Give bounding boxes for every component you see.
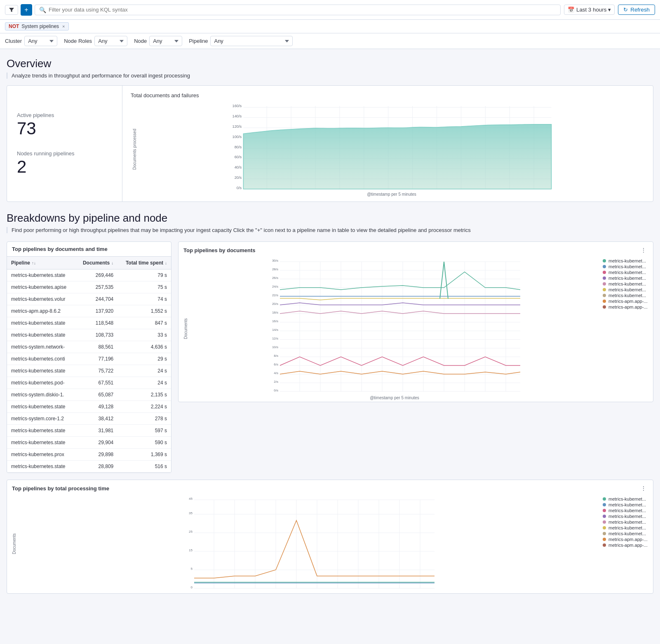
table-row: metrics-kubernetes.state 29,904 590 s bbox=[7, 437, 171, 449]
pipeline-cell: metrics-kubernetes.state bbox=[7, 437, 75, 449]
svg-text:26/s: 26/s bbox=[272, 276, 278, 280]
legend-item: metrics-kubernet... bbox=[603, 525, 650, 530]
time-cell: 33 s bbox=[117, 329, 171, 341]
svg-text:45: 45 bbox=[189, 497, 193, 501]
documents-cell: 31,981 bbox=[75, 425, 117, 437]
table-row: metrics-kubernetes.state 75,722 24 s bbox=[7, 365, 171, 377]
table-row: metrics-kubernetes.state 49,128 2,224 s bbox=[7, 401, 171, 413]
documents-cell: 269,446 bbox=[75, 269, 117, 281]
search-icon: 🔍 bbox=[39, 7, 46, 13]
svg-text:5: 5 bbox=[191, 567, 193, 571]
documents-cell: 65,087 bbox=[75, 389, 117, 401]
docs-chart-with-legend: Documents 0/s 2/s 4/s 6/s 8/s 10/s 12/s bbox=[179, 254, 653, 402]
time-cell: 75 s bbox=[117, 281, 171, 293]
svg-text:8/s: 8/s bbox=[274, 354, 278, 358]
table-row: metrics-system.diskio-1. 65,087 2,135 s bbox=[7, 389, 171, 401]
docs-x-axis-label: @timestamp per 5 minutes bbox=[190, 396, 599, 400]
not-badge: NOT bbox=[9, 23, 19, 29]
time-cell: 24 s bbox=[117, 365, 171, 377]
node-select[interactable]: Any bbox=[149, 36, 182, 46]
time-range-button[interactable]: 📅 Last 3 hours ▾ bbox=[564, 5, 615, 15]
sort-icon: ↑↓ bbox=[32, 261, 36, 265]
time-chart-menu[interactable]: ⋮ bbox=[639, 484, 648, 492]
sort-icon: ↓ bbox=[165, 261, 167, 265]
pipeline-cell: metrics-kubernetes.state bbox=[7, 461, 75, 473]
cluster-select[interactable]: Any bbox=[24, 36, 57, 46]
time-cell: 4,636 s bbox=[117, 341, 171, 353]
svg-text:18/s: 18/s bbox=[272, 311, 278, 314]
pipeline-dropdown-group: Pipeline Any bbox=[189, 36, 655, 46]
svg-text:16/s: 16/s bbox=[272, 319, 278, 323]
sort-icon: ↓ bbox=[111, 261, 113, 265]
overview-subtitle: Analyze trends in throughput and perform… bbox=[7, 73, 653, 79]
col-time-header[interactable]: Total time spent ↓ bbox=[117, 257, 171, 269]
documents-cell: 29,898 bbox=[75, 449, 117, 461]
legend-item: metrics-kubernet... bbox=[603, 508, 650, 513]
search-input[interactable] bbox=[49, 7, 556, 13]
filter-tag-close[interactable]: × bbox=[62, 24, 65, 29]
time-chart-title: Top pipelines by total processing time bbox=[12, 485, 109, 492]
filter-tag-text: System pipelines bbox=[21, 23, 59, 29]
overview-title: Overview bbox=[7, 57, 653, 70]
time-cell: 278 s bbox=[117, 413, 171, 425]
svg-text:35: 35 bbox=[189, 511, 193, 515]
svg-text:14/s: 14/s bbox=[272, 328, 278, 332]
refresh-button[interactable]: ↻ Refresh bbox=[618, 5, 655, 15]
docs-chart-title: Top pipelines by documents bbox=[183, 247, 256, 253]
legend-item: metrics-kubernet... bbox=[603, 531, 650, 536]
active-pipelines-stat: Active pipelines 73 bbox=[17, 112, 112, 137]
col-pipeline-header[interactable]: Pipeline ↑↓ bbox=[7, 257, 75, 269]
pipeline-select[interactable]: Any bbox=[210, 36, 293, 46]
svg-text:28/s: 28/s bbox=[272, 267, 278, 271]
legend-item: metrics-apm.app-... bbox=[603, 299, 650, 304]
active-pipelines-value: 73 bbox=[17, 120, 112, 137]
svg-text:40/s: 40/s bbox=[235, 165, 242, 169]
overview-y-axis-label: Documents processed bbox=[131, 102, 139, 197]
left-panel: Top pipelines by documents and time Pipe… bbox=[7, 241, 171, 473]
time-cell: 29 s bbox=[117, 353, 171, 365]
time-cell: 2,224 s bbox=[117, 401, 171, 413]
table-row: metrics-apm.app-8.6.2 137,920 1,552 s bbox=[7, 305, 171, 317]
pipeline-cell: metrics-kubernetes.conti bbox=[7, 353, 75, 365]
pipeline-cell: metrics-apm.app-8.6.2 bbox=[7, 305, 75, 317]
table-row: metrics-kubernetes.state 108,733 33 s bbox=[7, 329, 171, 341]
pipeline-cell: metrics-kubernetes.state bbox=[7, 365, 75, 377]
pipeline-cell: metrics-system.core-1.2 bbox=[7, 413, 75, 425]
legend-item: metrics-kubernet... bbox=[603, 496, 650, 501]
docs-chart-svg: 0/s 2/s 4/s 6/s 8/s 10/s 12/s 14/s 16/s … bbox=[190, 258, 599, 393]
node-dropdown-group: Node Any bbox=[134, 36, 182, 46]
add-filter-button[interactable]: + bbox=[21, 4, 32, 16]
table-panel-title: Top pipelines by documents and time bbox=[7, 242, 171, 257]
svg-text:25: 25 bbox=[189, 530, 193, 534]
legend-item: metrics-kubernet... bbox=[603, 502, 650, 507]
time-chart-with-legend: Documents 0 5 15 25 35 45 bbox=[7, 492, 653, 593]
table-row: metrics-kubernetes.prox 29,898 1,369 s bbox=[7, 449, 171, 461]
active-pipelines-label: Active pipelines bbox=[17, 112, 112, 118]
docs-chart-legend: metrics-kubernet...metrics-kubernet...me… bbox=[599, 254, 653, 402]
node-label: Node bbox=[134, 38, 147, 44]
legend-item: metrics-kubernet... bbox=[603, 287, 650, 292]
time-chart-svg: 0 5 15 25 35 45 bbox=[18, 496, 599, 590]
time-chart-panel: Top pipelines by total processing time ⋮… bbox=[7, 480, 653, 594]
time-y-axis-label: Documents bbox=[10, 496, 18, 592]
breakdowns-subtitle: Find poor performing or high throughput … bbox=[7, 227, 653, 233]
nodes-running-label: Nodes running pipelines bbox=[17, 150, 112, 157]
pipeline-cell: metrics-kubernetes.pod- bbox=[7, 377, 75, 389]
svg-text:100/s: 100/s bbox=[233, 135, 242, 139]
filter-icon-btn[interactable] bbox=[5, 5, 18, 15]
filter-tag: NOT System pipelines × bbox=[5, 22, 69, 30]
legend-item: metrics-kubernet... bbox=[603, 514, 650, 519]
col-documents-header[interactable]: Documents ↓ bbox=[75, 257, 117, 269]
docs-chart-menu[interactable]: ⋮ bbox=[639, 246, 648, 254]
documents-cell: 257,535 bbox=[75, 281, 117, 293]
table-row: metrics-kubernetes.pod- 67,551 24 s bbox=[7, 377, 171, 389]
table-row: metrics-kubernetes.volur 244,704 74 s bbox=[7, 293, 171, 305]
time-cell: 516 s bbox=[117, 461, 171, 473]
stats-column: Active pipelines 73 Nodes running pipeli… bbox=[7, 86, 122, 201]
documents-cell: 88,561 bbox=[75, 341, 117, 353]
node-roles-select[interactable]: Any bbox=[94, 36, 127, 46]
svg-text:0: 0 bbox=[191, 585, 193, 589]
toolbar: + 🔍 📅 Last 3 hours ▾ ↻ Refresh bbox=[0, 0, 660, 20]
main-content: Overview Analyze trends in throughput an… bbox=[0, 49, 660, 602]
documents-cell: 28,809 bbox=[75, 461, 117, 473]
